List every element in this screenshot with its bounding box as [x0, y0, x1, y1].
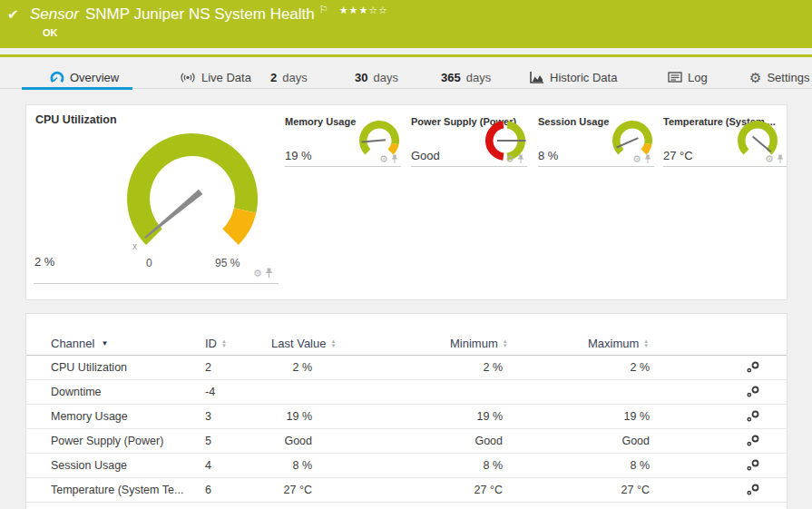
table-row: CPU Utilization 2 2 % 2 % 2 %: [26, 356, 787, 380]
channel-name: Downtime: [51, 386, 205, 398]
tab-overview[interactable]: Overview: [50, 68, 119, 86]
pin-icon[interactable]: [517, 154, 524, 164]
gauge-value: 8 %: [538, 149, 558, 162]
maximum-value: 8 %: [588, 459, 650, 472]
channel-table: Channel ▼ ID ▲▼ Last Value ▲▼ Minimum ▲▼…: [26, 332, 787, 503]
channel-id: 6: [205, 484, 271, 496]
tab-log[interactable]: Log: [668, 68, 708, 86]
broadcast-icon: [180, 72, 196, 83]
gauge-block-power-supply: Power Supply (Power) Good ⚙: [411, 114, 527, 167]
column-header-channel[interactable]: Channel ▼: [51, 337, 205, 350]
gauge-needle: [753, 137, 771, 152]
column-header-last-value[interactable]: Last Value ▲▼: [271, 337, 312, 350]
column-header-maximum[interactable]: Maximum ▲▼: [588, 337, 650, 350]
sensor-title-line: SensorSNMP Juniper NS System Health⚐★★★☆…: [30, 5, 388, 24]
last-value: 19 %: [271, 410, 312, 423]
channel-name: CPU Utilization: [51, 361, 205, 374]
cpu-scale-max: 95 %: [215, 257, 240, 269]
cpu-gauge: [120, 126, 265, 271]
tab-live-data[interactable]: Live Data: [180, 68, 251, 86]
column-header-id[interactable]: ID ▲▼: [205, 337, 271, 350]
tab-number: 2: [270, 71, 277, 84]
gauge-settings-gear-icon[interactable]: ⚙: [379, 154, 388, 164]
flag-icon[interactable]: ⚐: [319, 4, 328, 15]
maximum-value: 2 %: [588, 361, 650, 374]
chart-icon: [530, 72, 544, 83]
sort-icon: ▲▼: [503, 339, 508, 347]
minimum-value: Good: [450, 435, 503, 447]
maximum-value: 27 °C: [588, 484, 650, 496]
gauge-icon: [50, 71, 64, 83]
channel-settings-icon[interactable]: [746, 435, 760, 447]
table-row: Temperature (System Te... 6 27 °C 27 °C …: [26, 478, 787, 503]
column-header-minimum[interactable]: Minimum ▲▼: [450, 337, 503, 350]
pin-icon[interactable]: [777, 154, 784, 164]
gauge-value: 19 %: [285, 149, 312, 162]
pin-icon[interactable]: [265, 268, 273, 279]
channel-id: 5: [205, 435, 271, 447]
channel-name: Temperature (System Te...: [51, 484, 205, 496]
channel-id: 2: [205, 361, 271, 374]
last-value: 27 °C: [271, 484, 312, 496]
gauge-settings-gear-icon[interactable]: ⚙: [632, 154, 641, 164]
tab-label: days: [466, 71, 491, 84]
table-row: Power Supply (Power) 5 Good Good Good: [26, 429, 787, 454]
maximum-value: 19 %: [588, 410, 650, 423]
sort-desc-icon: ▼: [101, 339, 108, 347]
cpu-gauge-title: CPU Utilization: [35, 113, 117, 126]
channel-settings-icon[interactable]: [746, 459, 760, 472]
channel-table-panel: Channel ▼ ID ▲▼ Last Value ▲▼ Minimum ▲▼…: [25, 313, 788, 509]
table-row: Downtime -4: [26, 380, 787, 405]
gear-icon: ⚙: [749, 71, 761, 84]
pin-icon[interactable]: [644, 154, 651, 164]
sensor-status-header: ✔ SensorSNMP Juniper NS System Health⚐★★…: [0, 0, 812, 48]
tab-label: Live Data: [201, 71, 251, 84]
channel-name: Session Usage: [51, 459, 205, 472]
gauge-block-session: Session Usage 8 % ⚙: [538, 114, 654, 167]
channel-name: Memory Usage: [51, 410, 205, 423]
table-header-row: Channel ▼ ID ▲▼ Last Value ▲▼ Minimum ▲▼…: [26, 332, 787, 356]
tab-number: 365: [441, 71, 461, 84]
tab-label: days: [373, 71, 397, 84]
tab-label: Historic Data: [550, 71, 617, 84]
tab-365-days[interactable]: 365 days: [441, 68, 491, 86]
active-tab-underline: [22, 87, 132, 90]
maximum-value: Good: [588, 435, 650, 447]
cpu-scale-min: 0: [146, 257, 152, 269]
channel-settings-icon[interactable]: [746, 484, 760, 496]
tab-label: days: [282, 71, 307, 84]
tab-30-days[interactable]: 30 days: [355, 68, 398, 86]
status-check-icon: ✔: [7, 6, 19, 23]
gauge-block-memory: Memory Usage 19 % ⚙: [285, 114, 401, 167]
cpu-scale-marker: x: [132, 241, 137, 251]
tab-historic-data[interactable]: Historic Data: [530, 68, 617, 86]
channel-settings-icon[interactable]: [746, 386, 760, 398]
channel-settings-icon[interactable]: [746, 410, 760, 423]
last-value: Good: [271, 435, 312, 447]
minimum-value: 2 %: [450, 361, 503, 374]
priority-stars[interactable]: ★★★☆☆: [339, 5, 388, 15]
log-icon: [668, 72, 682, 83]
cpu-gauge-value: 2 %: [34, 255, 54, 269]
sort-icon: ▲▼: [221, 339, 227, 347]
sort-icon: ▲▼: [643, 339, 649, 347]
gauges-panel: CPU Utilization x 2 % 0 95 % ⚙ Memory Us…: [25, 104, 788, 300]
channel-id: -4: [205, 386, 271, 398]
status-color-strip: [0, 54, 812, 57]
gauge-settings-gear-icon[interactable]: ⚙: [505, 154, 514, 164]
channel-id: 3: [205, 410, 271, 423]
channel-settings-icon[interactable]: [746, 361, 760, 374]
gauge-settings-gear-icon[interactable]: ⚙: [253, 269, 262, 279]
last-value: 8 %: [271, 459, 312, 472]
gauge-settings-gear-icon[interactable]: ⚙: [765, 154, 774, 164]
gauge-value: 27 °C: [663, 149, 693, 162]
tab-label: Log: [688, 71, 708, 84]
pin-icon[interactable]: [391, 154, 398, 164]
page-title: SNMP Juniper NS System Health: [85, 5, 315, 23]
tab-settings[interactable]: ⚙ Settings: [749, 68, 809, 86]
sensor-kind-label: Sensor: [30, 5, 79, 23]
tab-2-days[interactable]: 2 days: [270, 68, 308, 86]
gauge-block-temperature: Temperature (System ... 27 °C ⚙: [663, 114, 787, 167]
table-row: Memory Usage 3 19 % 19 % 19 %: [26, 405, 787, 429]
gauge-divider: [34, 283, 279, 284]
